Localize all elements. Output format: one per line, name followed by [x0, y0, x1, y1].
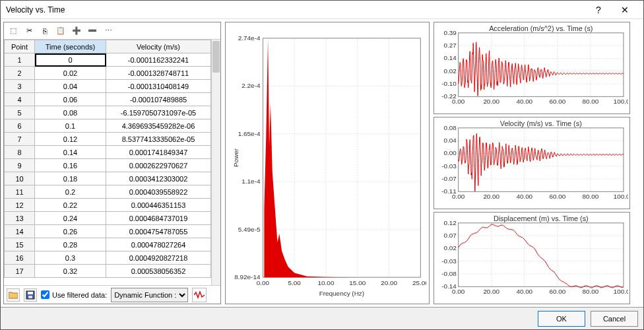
ok-button[interactable]: OK: [538, 311, 585, 327]
use-filtered-checkbox[interactable]: Use filtered data:: [41, 290, 107, 299]
row-velocity[interactable]: -6.1597050731097e-05: [106, 106, 211, 119]
col-point[interactable]: Point: [5, 40, 35, 53]
vel-chart[interactable]: 0.0020.0040.0060.0080.00100.00-0.11-0.07…: [435, 119, 628, 207]
cut-icon[interactable]: ✂: [22, 24, 36, 38]
table-row[interactable]: 70.128.5377413335062e-05: [5, 133, 211, 146]
row-point[interactable]: 12: [5, 199, 35, 212]
plot-icon[interactable]: [192, 288, 207, 302]
col-time[interactable]: Time (seconds): [35, 40, 106, 53]
row-time[interactable]: 0.08: [35, 106, 106, 119]
table-row[interactable]: 120.220.000446351153: [5, 199, 211, 212]
row-time[interactable]: 0.06: [35, 93, 106, 106]
row-point[interactable]: 13: [5, 212, 35, 225]
row-point[interactable]: 17: [5, 265, 35, 278]
row-time[interactable]: 0.18: [35, 172, 106, 185]
table-row[interactable]: 80.140.0001741849347: [5, 146, 211, 159]
svg-text:40.00: 40.00: [516, 98, 532, 105]
row-point[interactable]: 1: [5, 53, 35, 67]
row-velocity[interactable]: 0.000446351153: [106, 199, 211, 212]
row-velocity[interactable]: 0.0004684737019: [106, 212, 211, 225]
row-point[interactable]: 15: [5, 238, 35, 251]
row-time[interactable]: 0.04: [35, 80, 106, 93]
table-scrollbar[interactable]: [211, 40, 220, 285]
disp-chart[interactable]: 0.0020.0040.0060.0080.00100.00-0.14-0.08…: [435, 214, 628, 302]
row-time[interactable]: 0.32: [35, 265, 106, 278]
row-velocity[interactable]: -0.000107489885: [106, 93, 211, 106]
use-filtered-input[interactable]: [41, 290, 49, 299]
cancel-button[interactable]: Cancel: [591, 311, 638, 327]
row-time[interactable]: 0.3: [35, 251, 106, 265]
row-velocity[interactable]: 4.3696935459282e-06: [106, 119, 211, 133]
row-velocity[interactable]: 0.0001741849347: [106, 146, 211, 159]
save-file-icon[interactable]: [24, 288, 37, 302]
svg-rect-2: [28, 296, 32, 298]
row-time[interactable]: 0.1: [35, 119, 106, 133]
row-point[interactable]: 4: [5, 93, 35, 106]
accel-chart[interactable]: 0.0020.0040.0060.0080.00100.00-0.22-0.10…: [435, 24, 628, 112]
row-point[interactable]: 3: [5, 80, 35, 93]
open-file-icon[interactable]: [7, 288, 20, 302]
table-row[interactable]: 140.260.0004754787055: [5, 225, 211, 238]
table-row[interactable]: 160.30.0004920827218: [5, 251, 211, 265]
row-velocity[interactable]: -0.0001162332241: [106, 53, 211, 67]
toolbar-more-icon[interactable]: ⋯: [102, 24, 115, 38]
table-row[interactable]: 20.02-0.0001328748711: [5, 67, 211, 80]
row-velocity[interactable]: 0.0003412303002: [106, 172, 211, 185]
table-row[interactable]: 40.06-0.000107489885: [5, 93, 211, 106]
delete-row-icon[interactable]: ➖: [86, 24, 99, 38]
table-row[interactable]: 110.20.0004039558922: [5, 185, 211, 199]
power-spectrum-chart[interactable]: 0.005.0010.0015.0020.0025.008.92e-145.49…: [228, 25, 426, 301]
row-point[interactable]: 2: [5, 67, 35, 80]
row-time[interactable]: 0.26: [35, 225, 106, 238]
row-point[interactable]: 6: [5, 119, 35, 133]
row-velocity[interactable]: 0.0004039558922: [106, 185, 211, 199]
row-time[interactable]: 0.12: [35, 133, 106, 146]
row-point[interactable]: 7: [5, 133, 35, 146]
row-time[interactable]: 0.28: [35, 238, 106, 251]
row-time[interactable]: 0.2: [35, 185, 106, 199]
row-time[interactable]: 0.24: [35, 212, 106, 225]
row-time[interactable]: 0: [35, 53, 106, 67]
table-row[interactable]: 10-0.0001162332241: [5, 53, 211, 67]
table-row[interactable]: 30.04-0.0001310408149: [5, 80, 211, 93]
row-point[interactable]: 5: [5, 106, 35, 119]
close-button[interactable]: ✕: [612, 1, 638, 18]
row-velocity[interactable]: 8.5377413335062e-05: [106, 133, 211, 146]
paste-icon[interactable]: 📋: [54, 24, 67, 38]
data-table[interactable]: Point Time (seconds) Velocity (m/s) 10-0…: [4, 40, 211, 278]
svg-text:Velocity (m/s) vs. Time (s): Velocity (m/s) vs. Time (s): [500, 119, 582, 127]
table-row[interactable]: 170.320.000538056352: [5, 265, 211, 278]
row-point[interactable]: 16: [5, 251, 35, 265]
svg-text:Acceleration (m/s^2) vs. Time : Acceleration (m/s^2) vs. Time (s): [489, 24, 593, 32]
row-velocity[interactable]: 0.0004754787055: [106, 225, 211, 238]
row-time[interactable]: 0.14: [35, 146, 106, 159]
select-icon[interactable]: ⬚: [7, 24, 20, 38]
row-time[interactable]: 0.22: [35, 199, 106, 212]
table-row[interactable]: 60.14.3696935459282e-06: [5, 119, 211, 133]
row-velocity[interactable]: 0.000538056352: [106, 265, 211, 278]
row-point[interactable]: 8: [5, 146, 35, 159]
table-row[interactable]: 50.08-6.1597050731097e-05: [5, 106, 211, 119]
copy-icon[interactable]: ⎘: [38, 24, 51, 38]
table-row[interactable]: 90.160.0002622970627: [5, 159, 211, 172]
row-velocity[interactable]: 0.000478027264: [106, 238, 211, 251]
col-velocity[interactable]: Velocity (m/s): [106, 40, 211, 53]
help-button[interactable]: ?: [585, 1, 612, 18]
scrollbar-thumb[interactable]: [212, 41, 220, 73]
svg-text:8.92e-14: 8.92e-14: [234, 273, 261, 280]
table-row[interactable]: 150.280.000478027264: [5, 238, 211, 251]
row-velocity[interactable]: -0.0001328748711: [106, 67, 211, 80]
row-velocity[interactable]: 0.0004920827218: [106, 251, 211, 265]
row-velocity[interactable]: -0.0001310408149: [106, 80, 211, 93]
table-row[interactable]: 130.240.0004684737019: [5, 212, 211, 225]
row-point[interactable]: 10: [5, 172, 35, 185]
row-velocity[interactable]: 0.0002622970627: [106, 159, 211, 172]
row-point[interactable]: 11: [5, 185, 35, 199]
table-row[interactable]: 100.180.0003412303002: [5, 172, 211, 185]
function-dropdown[interactable]: Dynamic Function :: [111, 288, 188, 302]
row-time[interactable]: 0.02: [35, 67, 106, 80]
insert-row-icon[interactable]: ➕: [70, 24, 83, 38]
row-point[interactable]: 9: [5, 159, 35, 172]
row-point[interactable]: 14: [5, 225, 35, 238]
row-time[interactable]: 0.16: [35, 159, 106, 172]
